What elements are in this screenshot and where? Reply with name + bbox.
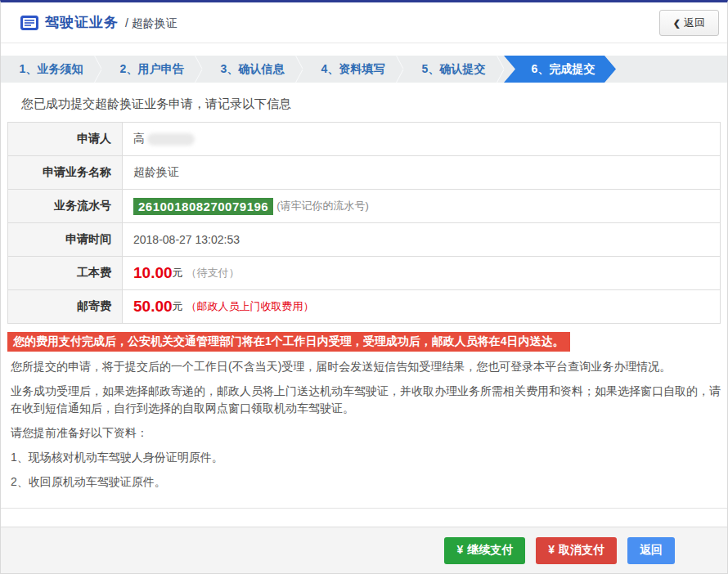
- step-5-confirm-submit: 5、确认提交: [403, 56, 504, 83]
- page-title: 驾驶证业务: [45, 13, 119, 32]
- application-info-table: 申请人 高 申请业务名称 超龄换证 业务流水号 2610018082700791…: [7, 122, 721, 324]
- row-label: 邮寄费: [8, 290, 123, 323]
- table-row-apply-time: 申请时间 2018-08-27 13:02:53: [8, 223, 720, 257]
- row-value: 50.00 元 （邮政人员上门收取费用）: [123, 290, 720, 323]
- breadcrumb-current: / 超龄换证: [125, 15, 178, 31]
- chevron-left-icon: ❮: [673, 18, 681, 28]
- apply-time: 2018-08-27 13:02:53: [133, 233, 240, 246]
- header-bar: 驾驶证业务 / 超龄换证 ❮返回: [1, 2, 727, 43]
- continue-pay-button[interactable]: ¥继续支付: [444, 537, 525, 564]
- row-label: 业务流水号: [8, 190, 123, 222]
- postage-fee-note: （邮政人员上门收取费用）: [186, 299, 314, 314]
- cancel-pay-button[interactable]: ¥取消支付: [536, 537, 617, 564]
- table-row-service-name: 申请业务名称 超龄换证: [8, 156, 720, 190]
- back-button-top-label: 返回: [684, 16, 705, 29]
- back-button-bottom-label: 返回: [640, 543, 663, 556]
- work-fee-note: （待支付）: [186, 266, 240, 280]
- back-button-bottom[interactable]: 返回: [627, 537, 675, 564]
- table-row-serial-number: 业务流水号 261001808270079196 (请牢记你的流水号): [8, 190, 720, 223]
- payment-deadline-banner: 您的费用支付完成后，公安机关交通管理部门将在1个工作日内受理，受理成功后，邮政人…: [7, 332, 570, 352]
- spacer: [1, 509, 727, 527]
- table-row-applicant: 申请人 高: [8, 123, 720, 156]
- row-label: 申请人: [8, 123, 123, 155]
- row-label: 申请时间: [8, 223, 123, 256]
- step-2-declaration: 2、用户申告: [101, 56, 202, 83]
- row-value: 261001808270079196 (请牢记你的流水号): [123, 190, 720, 222]
- yen-icon: ¥: [456, 543, 463, 556]
- row-value: 10.00 元 （待支付）: [123, 257, 720, 289]
- page-container: 驾驶证业务 / 超龄换证 ❮返回 1、业务须知 2、用户申告 3、确认信息 4、…: [0, 0, 728, 574]
- table-row-work-fee: 工本费 10.00 元 （待支付）: [8, 257, 720, 290]
- spacer: [1, 43, 727, 56]
- serial-number-badge: 261001808270079196: [133, 198, 273, 215]
- license-list-icon: [20, 16, 38, 30]
- instruction-line: 您所提交的申请，将于提交后的一个工作日(不含当天)受理，届时会发送短信告知受理结…: [11, 358, 721, 375]
- row-value: 2018-08-27 13:02:53: [123, 223, 720, 256]
- row-label: 申请业务名称: [8, 156, 123, 189]
- wizard-steps: 1、业务须知 2、用户申告 3、确认信息 4、资料填写 5、确认提交 6、完成提…: [1, 56, 727, 83]
- instruction-line: 2、收回原机动车驾驶证原件。: [11, 473, 721, 491]
- main-content: 您已成功提交超龄换证业务申请，请记录以下信息 申请人 高 申请业务名称 超龄换证…: [1, 83, 727, 509]
- step-6-complete-active: 6、完成提交: [504, 56, 616, 83]
- continue-pay-label: 继续支付: [467, 543, 513, 556]
- row-label: 工本费: [8, 257, 123, 289]
- serial-note: (请牢记你的流水号): [276, 199, 369, 213]
- success-message: 您已成功提交超龄换证业务申请，请记录以下信息: [21, 96, 721, 112]
- table-row-postage-fee: 邮寄费 50.00 元 （邮政人员上门收取费用）: [8, 290, 720, 324]
- row-value: 高: [123, 123, 720, 155]
- action-bar: ¥继续支付 ¥取消支付 返回: [1, 527, 727, 573]
- step-1-notice: 1、业务须知: [1, 56, 101, 83]
- redacted-name-blur: [147, 133, 195, 146]
- service-name: 超龄换证: [133, 165, 179, 180]
- postage-fee-amount: 50.00: [133, 298, 173, 316]
- fee-unit: 元: [173, 299, 183, 314]
- applicant-name: 高: [133, 132, 145, 146]
- instruction-line: 请您提前准备好以下资料：: [11, 424, 721, 442]
- work-fee-amount: 10.00: [133, 264, 173, 282]
- instruction-line: 1、现场核对机动车驾驶人身份证明原件。: [11, 449, 721, 466]
- instruction-line: 业务成功受理后，如果选择邮政寄递的，邮政人员将上门送达机动车驾驶证，并收取办理业…: [11, 383, 721, 417]
- instructions: 您所提交的申请，将于提交后的一个工作日(不含当天)受理，届时会发送短信告知受理结…: [11, 358, 721, 491]
- row-value: 超龄换证: [123, 156, 720, 189]
- step-3-confirm-info: 3、确认信息: [202, 56, 303, 83]
- cancel-pay-label: 取消支付: [559, 543, 604, 556]
- yen-icon: ¥: [548, 543, 555, 556]
- fee-unit: 元: [173, 266, 183, 280]
- back-button-top[interactable]: ❮返回: [659, 10, 719, 36]
- step-4-fill-data: 4、资料填写: [303, 56, 403, 83]
